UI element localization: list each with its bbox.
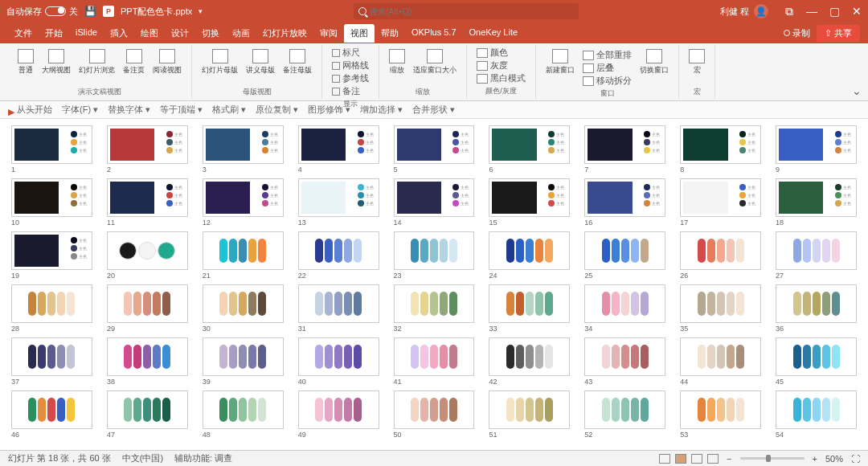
minimize-icon[interactable]: — (807, 6, 817, 16)
slide-thumb-9[interactable]: 主色主色主色 (776, 125, 857, 164)
slide-thumb-34[interactable] (584, 284, 665, 323)
ribbon-层叠[interactable]: 层叠 (583, 62, 632, 74)
ribbon-幻灯片母版[interactable]: 幻灯片母版 (199, 47, 241, 77)
close-icon[interactable]: ✕ (852, 6, 862, 16)
sb-font[interactable]: 字体(F) ▾ (62, 104, 98, 116)
ribbon-参考线[interactable]: 参考线 (332, 72, 369, 84)
slide-thumb-24[interactable] (489, 231, 570, 270)
ribbon-网格线[interactable]: 网格线 (332, 59, 369, 72)
slide-thumb-11[interactable]: 主色主色主色 (107, 178, 188, 217)
slide-thumb-35[interactable] (680, 284, 761, 323)
sb-copy-in-place[interactable]: 原位复制 ▾ (256, 104, 298, 116)
fit-to-window-button[interactable]: ⛶ (851, 454, 860, 464)
accessibility-check[interactable]: 辅助功能: 调查 (174, 452, 232, 464)
maximize-icon[interactable]: ▢ (829, 6, 839, 16)
slide-thumb-17[interactable]: 主色主色主色 (680, 178, 761, 217)
slide-thumb-19[interactable]: 主色主色主色 (11, 231, 92, 270)
slide-thumb-32[interactable] (394, 284, 475, 323)
slide-thumb-16[interactable]: 主色主色主色 (584, 178, 665, 217)
slide-thumb-2[interactable]: 主色主色主色 (107, 125, 188, 164)
ribbon-黑白模式[interactable]: 黑白模式 (477, 72, 526, 84)
ribbon-缩放[interactable]: 缩放 (386, 47, 408, 77)
reading-view-button[interactable] (691, 454, 702, 464)
ribbon-适应窗口大小[interactable]: 适应窗口大小 (410, 47, 460, 77)
record-button[interactable]: 录制 (784, 27, 810, 39)
search-input[interactable] (370, 7, 574, 16)
slide-thumb-8[interactable]: 主色主色主色 (680, 125, 761, 164)
ribbon-全部重排[interactable]: 全部重排 (583, 49, 632, 61)
slide-thumb-54[interactable] (776, 390, 857, 429)
slideshow-view-button[interactable] (707, 454, 719, 464)
save-icon[interactable]: 💾 (84, 6, 96, 17)
ribbon-灰度[interactable]: 灰度 (477, 59, 526, 72)
ribbon-备注母版[interactable]: 备注母版 (280, 47, 315, 77)
tab-开始[interactable]: 开始 (39, 24, 69, 43)
autosave-toggle[interactable]: 自动保存 关 (6, 6, 78, 18)
tab-视图[interactable]: 视图 (344, 24, 375, 43)
tab-OKPlus 5.7[interactable]: OKPlus 5.7 (405, 24, 463, 43)
zoom-in-button[interactable]: + (813, 454, 817, 464)
slide-thumb-25[interactable] (584, 231, 665, 270)
slide-thumb-10[interactable]: 主色主色主色 (11, 178, 92, 217)
slide-thumb-49[interactable] (298, 390, 379, 429)
slide-thumb-36[interactable] (776, 284, 857, 323)
slide-thumb-47[interactable] (107, 390, 188, 429)
slide-thumb-4[interactable]: 主色主色主色 (298, 125, 379, 164)
ribbon-宏[interactable]: 宏 (686, 47, 708, 77)
ribbon-阅读视图[interactable]: 阅读视图 (149, 47, 185, 77)
slide-thumb-20[interactable] (107, 231, 188, 270)
tab-OneKey Lite[interactable]: OneKey Lite (463, 24, 525, 43)
slide-thumb-39[interactable] (203, 337, 284, 376)
slide-thumb-48[interactable] (203, 390, 284, 429)
slide-thumb-5[interactable]: 主色主色主色 (394, 125, 475, 164)
slide-thumb-52[interactable] (584, 390, 665, 429)
ribbon-options-icon[interactable]: ⧉ (784, 6, 794, 16)
ribbon-幻灯片浏览[interactable]: 幻灯片浏览 (76, 47, 118, 77)
slide-thumb-51[interactable] (489, 390, 570, 429)
slide-thumb-46[interactable] (11, 390, 92, 429)
language-selector[interactable]: 中文(中国) (122, 452, 163, 464)
share-button[interactable]: ⇧ 共享 (817, 25, 860, 42)
slide-thumb-18[interactable]: 主色主色主色 (776, 178, 857, 217)
slide-thumb-38[interactable] (107, 337, 188, 376)
slide-thumb-41[interactable] (394, 337, 475, 376)
slide-thumb-53[interactable] (680, 390, 761, 429)
sb-add-select[interactable]: 增加选择 ▾ (360, 104, 403, 116)
slide-thumb-28[interactable] (11, 284, 92, 323)
play-from-start[interactable]: ▶ 从头开始 (8, 104, 52, 116)
ribbon-备注[interactable]: 备注 (332, 85, 369, 97)
slide-thumb-45[interactable] (776, 337, 857, 376)
tab-绘图[interactable]: 绘图 (134, 24, 165, 43)
zoom-level[interactable]: 50% (825, 454, 843, 464)
zoom-out-button[interactable]: − (727, 454, 731, 464)
ribbon-大纲视图[interactable]: 大纲视图 (39, 47, 74, 77)
slide-thumb-7[interactable]: 主色主色主色 (584, 125, 665, 164)
slide-thumb-26[interactable] (680, 231, 761, 270)
user-account[interactable]: 利健 程 👤 (720, 4, 768, 18)
slide-thumb-23[interactable] (394, 231, 475, 270)
slide-thumb-27[interactable] (776, 231, 857, 270)
tab-设计[interactable]: 设计 (165, 24, 195, 43)
tab-审阅[interactable]: 审阅 (313, 24, 344, 43)
ribbon-讲义母版[interactable]: 讲义母版 (243, 47, 278, 77)
slide-thumb-30[interactable] (203, 284, 284, 323)
sb-merge-shapes[interactable]: 合并形状 ▾ (412, 104, 455, 116)
ribbon-备注页[interactable]: 备注页 (120, 47, 148, 77)
tab-帮助[interactable]: 帮助 (375, 24, 405, 43)
zoom-slider[interactable] (740, 457, 805, 460)
tab-动画[interactable]: 动画 (226, 24, 256, 43)
normal-view-button[interactable] (659, 454, 670, 464)
slide-thumb-6[interactable]: 主色主色主色 (489, 125, 570, 164)
tab-幻灯片放映[interactable]: 幻灯片放映 (256, 24, 313, 43)
slide-thumb-42[interactable] (489, 337, 570, 376)
search-box[interactable] (354, 3, 579, 19)
tab-iSlide[interactable]: iSlide (69, 24, 104, 43)
slide-thumb-29[interactable] (107, 284, 188, 323)
slide-thumb-44[interactable] (680, 337, 761, 376)
ribbon-颜色[interactable]: 颜色 (477, 47, 526, 59)
tab-文件[interactable]: 文件 (8, 24, 39, 43)
slide-thumb-15[interactable]: 主色主色主色 (489, 178, 570, 217)
ribbon-标尺[interactable]: 标尺 (332, 47, 369, 59)
slide-thumb-12[interactable]: 主色主色主色 (203, 178, 284, 217)
slide-counter[interactable]: 幻灯片 第 18 张，共 60 张 (8, 452, 111, 464)
